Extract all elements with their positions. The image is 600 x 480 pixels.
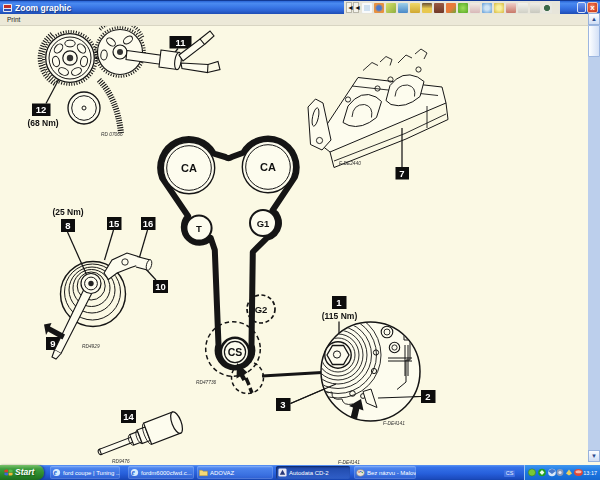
svg-text:RD4929: RD4929 <box>82 344 100 349</box>
svg-text:e: e <box>131 468 135 477</box>
svg-text:F-DE4141: F-DE4141 <box>383 421 405 426</box>
svg-text:(115 Nm): (115 Nm) <box>322 311 358 321</box>
svg-text:15: 15 <box>109 218 120 229</box>
svg-text:T: T <box>196 223 202 234</box>
svg-text:3: 3 <box>280 399 285 410</box>
svg-text:CS: CS <box>228 346 243 358</box>
svg-text:2: 2 <box>425 391 430 402</box>
svg-text:12: 12 <box>36 104 47 115</box>
svg-text:(25 Nm): (25 Nm) <box>52 207 83 217</box>
svg-text:F-DE2440: F-DE2440 <box>339 161 361 166</box>
svg-text:G1: G1 <box>257 218 270 229</box>
svg-text:RD9476: RD9476 <box>112 459 130 464</box>
svg-text:CA: CA <box>260 161 276 173</box>
svg-text:11: 11 <box>175 37 186 48</box>
svg-text:RD47736: RD47736 <box>196 380 217 385</box>
svg-text:8: 8 <box>65 220 70 231</box>
svg-text:(68 Nm): (68 Nm) <box>27 118 58 128</box>
svg-text:14: 14 <box>123 411 134 422</box>
svg-text:CA: CA <box>181 162 197 174</box>
svg-text:G2: G2 <box>255 304 268 315</box>
svg-text:10: 10 <box>155 281 166 292</box>
svg-text:1: 1 <box>336 297 342 308</box>
svg-text:e: e <box>53 468 57 477</box>
svg-text:7: 7 <box>399 168 404 179</box>
svg-text:16: 16 <box>143 218 154 229</box>
svg-text:RD 07066: RD 07066 <box>101 132 123 137</box>
svg-text:9: 9 <box>50 338 55 349</box>
